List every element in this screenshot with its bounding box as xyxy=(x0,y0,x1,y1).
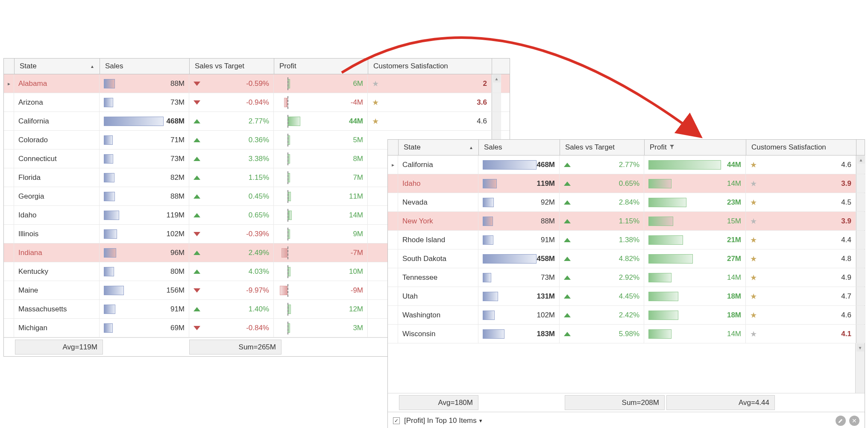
profit-header[interactable]: Profit xyxy=(645,140,746,155)
sales-bar xyxy=(104,79,115,88)
scrollbar[interactable] xyxy=(856,193,865,211)
sales-vs-target-header[interactable]: Sales vs Target xyxy=(190,59,274,74)
sales-cell: 88M xyxy=(100,187,189,205)
state-header[interactable]: State ▲ xyxy=(399,140,479,155)
footer-profit: Sum=208M xyxy=(565,395,665,410)
sales-vs-target-header[interactable]: Sales vs Target xyxy=(560,140,645,155)
table-row[interactable]: Utah131M4.45%18M★4.7 xyxy=(388,287,865,306)
sales-cell: 88M xyxy=(100,74,189,93)
sales-cell: 119M xyxy=(478,174,560,193)
table-row[interactable]: Nevada92M2.84%23M★4.5 xyxy=(388,193,865,212)
table-row[interactable]: Arizona73M-0.94%-4M★3.6 xyxy=(4,93,510,112)
sales-bar xyxy=(104,135,113,145)
sales-bar xyxy=(483,198,494,207)
state-cell: Washington xyxy=(398,306,478,324)
state-cell: Alabama xyxy=(14,74,100,93)
customers-satisfaction-cell: ★3.6 xyxy=(368,93,492,111)
sales-cell: 102M xyxy=(478,306,560,324)
table-row[interactable]: New York88M1.15%15M★3.9 xyxy=(388,212,865,231)
scrollbar[interactable]: ▼ xyxy=(855,343,865,393)
scrollbar[interactable] xyxy=(492,112,501,130)
table-row[interactable]: ▸California468M2.77%44M★4.6▲ xyxy=(388,155,865,174)
row-indicator xyxy=(4,112,14,130)
edit-filter-button[interactable] xyxy=(836,416,846,426)
customers-satisfaction-cell: ★4.6 xyxy=(368,112,492,130)
scrollbar[interactable] xyxy=(856,174,865,193)
sales-vs-target-cell: 2.77% xyxy=(189,112,274,130)
customers-satisfaction-header[interactable]: Customers Satisfaction xyxy=(746,140,856,155)
profit-cell: 3M xyxy=(274,319,368,337)
profit-cell: 18M xyxy=(644,306,746,324)
profit-bar xyxy=(284,98,287,107)
state-cell: Idaho xyxy=(14,206,100,224)
scrollbar[interactable]: ▲ xyxy=(856,155,865,174)
sales-cell: 91M xyxy=(100,300,189,318)
filter-text[interactable]: [Profit] In Top 10 Items xyxy=(404,416,477,425)
table-row[interactable]: ▸Alabama88M-0.59%6M★2▲ xyxy=(4,74,510,93)
sales-vs-target-cell: 4.45% xyxy=(560,287,644,305)
star-icon: ★ xyxy=(372,79,379,88)
sales-header[interactable]: Sales xyxy=(100,59,190,74)
table-row[interactable]: California468M2.77%44M★4.6 xyxy=(4,112,510,131)
profit-axis xyxy=(287,190,288,203)
sales-vs-target-cell: 0.45% xyxy=(189,187,274,205)
row-indicator xyxy=(388,306,398,324)
customers-satisfaction-header[interactable]: Customers Satisfaction xyxy=(368,59,492,74)
clear-filter-button[interactable]: ✕ xyxy=(849,416,859,426)
profit-cell: 14M xyxy=(644,325,746,343)
scrollbar[interactable] xyxy=(856,268,865,287)
scrollbar[interactable] xyxy=(856,287,865,305)
customers-satisfaction-cell: ★4.6 xyxy=(746,155,856,174)
state-cell: Indiana xyxy=(14,243,100,262)
star-icon: ★ xyxy=(372,117,379,126)
state-header[interactable]: State ▲ xyxy=(15,59,100,74)
footer-profit: Sum=265M xyxy=(189,340,282,355)
scrollbar[interactable] xyxy=(856,325,865,343)
table-row[interactable]: Wisconsin183M5.98%14M★4.1 xyxy=(388,325,865,343)
star-icon: ★ xyxy=(750,329,757,339)
scrollbar[interactable] xyxy=(856,212,865,230)
profit-cell: 8M xyxy=(274,150,368,168)
customers-satisfaction-cell: ★2 xyxy=(368,74,492,93)
profit-header[interactable]: Profit xyxy=(274,59,368,74)
row-indicator xyxy=(388,212,398,230)
table-row[interactable]: Rhode Island91M1.38%21M★4.4 xyxy=(388,231,865,249)
star-icon: ★ xyxy=(750,235,757,245)
table-row[interactable]: Washington102M2.42%18M★4.6 xyxy=(388,306,865,325)
sales-vs-target-cell: 1.38% xyxy=(560,231,644,249)
sort-asc-icon: ▲ xyxy=(90,64,94,69)
state-cell: Nevada xyxy=(398,193,478,211)
scrollbar[interactable]: ▲ xyxy=(492,74,501,93)
triangle-up-icon xyxy=(564,276,571,280)
table-row[interactable]: Tennessee73M2.92%14M★4.9 xyxy=(388,268,865,287)
sales-vs-target-cell: 0.65% xyxy=(560,174,644,193)
table-row[interactable]: Idaho119M0.65%14M★3.9 xyxy=(388,174,865,193)
table-row[interactable]: South Dakota458M4.82%27M★4.8 xyxy=(388,249,865,268)
sales-bar xyxy=(483,235,493,245)
state-cell: Maine xyxy=(14,281,100,299)
row-indicator xyxy=(388,268,398,287)
sales-cell: 156M xyxy=(100,281,189,299)
scrollbar[interactable] xyxy=(856,249,865,268)
sales-vs-target-cell: 0.36% xyxy=(189,131,274,149)
sales-bar xyxy=(104,305,115,314)
row-indicator xyxy=(388,231,398,249)
sales-cell: 102M xyxy=(100,225,189,243)
filter-checkbox[interactable]: ✓ xyxy=(393,417,400,424)
scroll-up-icon[interactable]: ▲ xyxy=(493,75,501,82)
sales-bar xyxy=(483,329,504,339)
scrollbar[interactable] xyxy=(856,231,865,249)
sales-bar xyxy=(104,117,164,126)
customers-satisfaction-cell: ★4.9 xyxy=(746,268,856,287)
indicator-header xyxy=(4,59,15,74)
scrollbar[interactable] xyxy=(856,306,865,324)
scroll-up-icon[interactable]: ▲ xyxy=(857,156,865,164)
profit-axis xyxy=(287,265,288,278)
sales-header[interactable]: Sales xyxy=(479,140,560,155)
state-cell: New York xyxy=(398,212,478,230)
scroll-down-icon[interactable]: ▼ xyxy=(856,344,864,352)
row-indicator xyxy=(4,300,14,318)
scrollbar[interactable] xyxy=(492,93,501,111)
sales-bar xyxy=(104,267,114,276)
filter-dropdown-icon[interactable]: ▼ xyxy=(478,418,483,423)
